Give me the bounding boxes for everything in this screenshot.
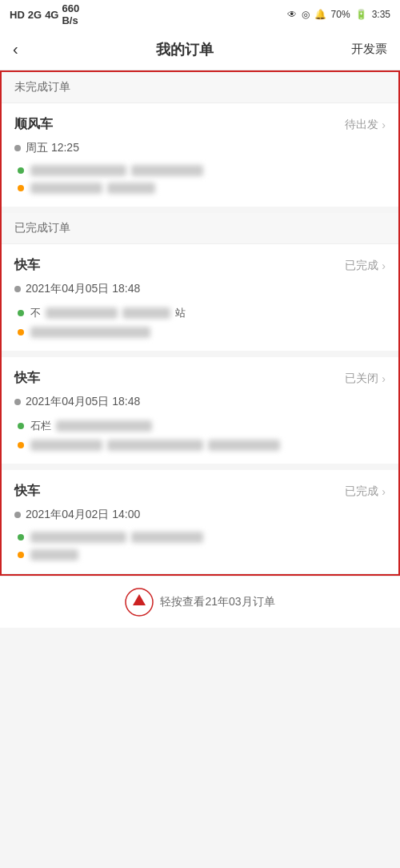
blurred-d4 <box>208 440 280 451</box>
dropoff-suffix: 站 <box>175 306 186 320</box>
pickup-dot-3 <box>18 534 24 540</box>
order-type-1: 快车 <box>14 257 40 274</box>
pickup-row-2: 石栏 <box>18 419 386 433</box>
time-dot-3 <box>14 512 21 518</box>
blurred-d5 <box>30 549 78 561</box>
dropoff-dot-1 <box>18 329 24 336</box>
order-card-carpooling[interactable]: 顺风车 待出发 › 周五 12:25 <box>2 103 398 213</box>
route-info-1: 不 站 <box>14 306 386 338</box>
pickup-row-3 <box>18 532 386 543</box>
incomplete-label: 未完成订单 <box>14 80 70 93</box>
dropoff-row-2 <box>18 440 386 451</box>
network-type: 2G <box>28 9 42 21</box>
order-time-1: 2021年04月05日 18:48 <box>14 282 386 296</box>
pickup-dot-2 <box>18 423 24 429</box>
time-value: 周五 12:25 <box>26 141 79 155</box>
order-time: 周五 12:25 <box>14 141 386 155</box>
back-button[interactable]: ‹ <box>13 40 18 58</box>
blurred-p3 <box>56 420 152 432</box>
time-dot-1 <box>14 286 21 292</box>
complete-label: 已完成订单 <box>14 221 70 234</box>
time-value-2: 2021年04月05日 18:48 <box>26 395 140 409</box>
order-type-2: 快车 <box>14 370 40 387</box>
complete-section-header: 已完成订单 <box>2 213 398 244</box>
chevron-icon-2: › <box>382 372 386 385</box>
blurred-d1 <box>30 327 150 338</box>
time-value-3: 2021年04月02日 14:00 <box>26 508 140 522</box>
invoice-button[interactable]: 开发票 <box>351 42 387 57</box>
chevron-icon-1: › <box>382 259 386 272</box>
order-header-3: 快车 已完成 › <box>14 483 386 500</box>
route-info-3 <box>14 532 386 561</box>
status-bar: HD 2G 4G 660B/s 👁 ◎ 🔔 70% 🔋 3:35 <box>0 0 400 29</box>
order-type-3: 快车 <box>14 483 40 500</box>
order-status-1: 已完成 › <box>345 259 386 273</box>
blurred-dropoff2 <box>107 183 155 194</box>
order-time-2: 2021年04月05日 18:48 <box>14 395 386 409</box>
time-dot-2 <box>14 399 21 405</box>
blurred-dropoff <box>30 183 102 194</box>
pickup-text-3 <box>30 532 203 543</box>
order-card-kuaiche-2[interactable]: 快车 已关闭 › 2021年04月05日 18:48 石栏 <box>2 357 398 470</box>
hd-indicator: HD <box>10 9 25 21</box>
order-status-label: 待出发 › <box>345 118 386 132</box>
battery-icon: 🔋 <box>355 9 367 20</box>
eye-icon: 👁 <box>287 9 297 20</box>
pickup-char: 不 <box>30 306 41 320</box>
pickup-dot <box>18 167 24 174</box>
battery-level: 70% <box>331 9 350 20</box>
pickup-dot-1 <box>18 310 24 316</box>
pickup-char-2: 石栏 <box>30 419 51 433</box>
dropoff-row-1 <box>18 327 386 338</box>
incomplete-section-header: 未完成订单 <box>2 72 398 103</box>
chevron-icon: › <box>382 119 386 131</box>
top-nav: ‹ 我的订单 开发票 <box>0 29 400 70</box>
bottom-hint[interactable]: 轻按查看21年03月订单 <box>0 576 400 628</box>
blurred-pickup2 <box>131 165 203 176</box>
page-title: 我的订单 <box>156 40 214 59</box>
status-bar-left: HD 2G 4G 660B/s <box>10 2 79 26</box>
dropoff-text-2 <box>30 440 280 451</box>
order-card-kuaiche-1[interactable]: 快车 已完成 › 2021年04月05日 18:48 不 站 <box>2 244 398 357</box>
hint-text: 轻按查看21年03月订单 <box>160 595 274 609</box>
bell-icon: 🔔 <box>314 9 326 20</box>
dropoff-text <box>30 183 155 194</box>
route-info <box>14 165 386 194</box>
time-dot <box>14 145 21 151</box>
order-status-3: 已完成 › <box>345 484 386 499</box>
dropoff-text-3 <box>30 549 78 561</box>
location-icon: ◎ <box>302 9 310 20</box>
blurred-d3 <box>107 440 203 451</box>
blurred-pickup <box>30 165 126 176</box>
orders-content: 未完成订单 顺风车 待出发 › 周五 12:25 <box>0 70 400 576</box>
pickup-text-2: 石栏 <box>30 419 152 433</box>
route-info-2: 石栏 <box>14 419 386 451</box>
order-type-label: 顺风车 <box>14 116 53 133</box>
dropoff-text-1 <box>30 327 150 338</box>
order-header-2: 快车 已关闭 › <box>14 370 386 387</box>
dropoff-dot-2 <box>18 442 24 448</box>
blurred-p1 <box>46 307 118 319</box>
order-card-kuaiche-3[interactable]: 快车 已完成 › 2021年04月02日 14:00 <box>2 470 398 574</box>
dropoff-dot-3 <box>18 552 24 558</box>
order-time-3: 2021年04月02日 14:00 <box>14 508 386 522</box>
pickup-text <box>30 165 203 176</box>
order-header-1: 快车 已完成 › <box>14 257 386 274</box>
blurred-d2 <box>30 440 102 451</box>
red-arrow-icon <box>125 588 154 617</box>
blurred-p5 <box>131 532 203 543</box>
order-status-2: 已关闭 › <box>345 372 386 386</box>
dropoff-dot <box>18 185 24 191</box>
dropoff-row <box>18 183 386 194</box>
time-value-1: 2021年04月05日 18:48 <box>26 282 140 296</box>
dropoff-row-3 <box>18 549 386 561</box>
pickup-row <box>18 165 386 176</box>
blurred-p4 <box>30 532 126 543</box>
order-header: 顺风车 待出发 › <box>14 116 386 133</box>
chevron-icon-3: › <box>382 485 386 498</box>
signal-4g: 4G <box>45 9 58 21</box>
blurred-p2 <box>122 307 170 319</box>
clock: 3:35 <box>372 9 390 20</box>
pickup-row-1: 不 站 <box>18 306 386 320</box>
status-bar-right: 👁 ◎ 🔔 70% 🔋 3:35 <box>287 9 390 20</box>
